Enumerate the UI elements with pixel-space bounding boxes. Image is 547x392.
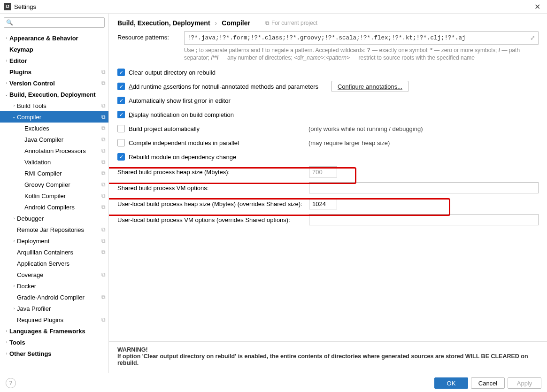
tree-item-java-profiler[interactable]: ›Java Profiler: [0, 303, 108, 314]
apply-button[interactable]: Apply: [508, 377, 541, 389]
tree-arrow-icon: ›: [4, 351, 9, 356]
ok-button[interactable]: OK: [434, 377, 468, 389]
copy-icon: ⧉: [101, 204, 106, 210]
tree-item-label: Version Control: [9, 80, 100, 87]
title-bar: IJ Settings ✕: [0, 0, 547, 14]
tree-arrow-icon: ›: [11, 216, 17, 221]
tree-item-label: Appearance & Behavior: [9, 35, 106, 42]
tree-arrow-icon: ›: [19, 160, 24, 164]
content-panel: Build, Execution, Deployment › Compiler …: [109, 14, 547, 373]
tree-item-label: RMI Compiler: [24, 170, 100, 177]
tree-item-groovy-compiler[interactable]: ›Groovy Compiler⧉: [0, 179, 108, 190]
tree-item-coverage[interactable]: ›Coverage⧉: [0, 269, 108, 280]
checkbox-show-first-error-label: Automatically show first error in editor: [129, 97, 231, 104]
tree-arrow-icon: ›: [4, 36, 9, 40]
tree-item-remote-jar-repositories[interactable]: ›Remote Jar Repositories⧉: [0, 224, 108, 235]
warning-block: WARNING! If option 'Clear output directo…: [109, 341, 547, 373]
tree-arrow-icon: ›: [11, 306, 17, 311]
tree-item-appearance-behavior[interactable]: ›Appearance & Behavior: [0, 32, 108, 44]
tree-item-validation[interactable]: ›Validation⧉: [0, 156, 108, 168]
tree-item-keymap[interactable]: ›Keymap: [0, 44, 108, 55]
tree-item-label: Arquillian Containers: [17, 249, 100, 256]
tree-item-label: Deployment: [17, 238, 100, 245]
checkbox-display-notification[interactable]: [117, 111, 125, 118]
tree-item-other-settings[interactable]: ›Other Settings: [0, 348, 108, 359]
copy-icon: ⧉: [101, 136, 106, 143]
close-icon[interactable]: ✕: [532, 2, 543, 11]
checkbox-rebuild-on-dep[interactable]: [117, 153, 125, 161]
tree-arrow-icon: ›: [4, 81, 9, 85]
copy-icon: ⧉: [265, 20, 270, 26]
tree-arrow-icon: ›: [19, 205, 24, 209]
tree-item-label: Tools: [9, 339, 106, 346]
tree-item-tools[interactable]: ›Tools: [0, 337, 108, 348]
tree-arrow-icon: ⌄: [11, 115, 17, 119]
copy-icon: ⧉: [101, 125, 106, 131]
checkbox-build-automatically[interactable]: [117, 125, 125, 132]
shared-heap-label: Shared build process heap size (Mbytes):: [117, 169, 303, 176]
user-heap-label: User-local build process heap size (Mbyt…: [117, 200, 303, 208]
tree-arrow-icon: ›: [4, 340, 9, 345]
copy-icon: ⧉: [101, 159, 106, 165]
tree-item-label: Coverage: [17, 271, 100, 278]
tree-item-kotlin-compiler[interactable]: ›Kotlin Compiler⧉: [0, 190, 108, 201]
tree-item-label: Gradle-Android Compiler: [17, 294, 100, 301]
shared-vm-input[interactable]: [309, 182, 539, 193]
help-icon[interactable]: ?: [6, 378, 16, 388]
tree-arrow-icon: ›: [11, 227, 17, 232]
checkbox-add-assertions[interactable]: [117, 83, 125, 90]
resource-patterns-value: !?*.java;!?*.form;!?*.class;!?*.groovy;!…: [187, 35, 466, 41]
user-vm-input[interactable]: [309, 214, 539, 225]
tree-item-android-compilers[interactable]: ›Android Compilers⧉: [0, 201, 108, 213]
tree-item-build-execution-deployment[interactable]: ⌄Build, Execution, Deployment: [0, 89, 108, 100]
tree-item-languages-frameworks[interactable]: ›Languages & Frameworks: [0, 325, 108, 337]
parallel-note: (may require larger heap size): [308, 139, 539, 146]
checkbox-show-first-error[interactable]: [117, 97, 125, 104]
tree-item-docker[interactable]: ›Docker: [0, 280, 108, 292]
tree-item-compiler[interactable]: ⌄Compiler⧉: [0, 111, 108, 123]
checkbox-clear-output[interactable]: [117, 69, 125, 76]
tree-item-required-plugins[interactable]: ›Required Plugins⧉: [0, 314, 108, 325]
search-input-wrap[interactable]: 🔍: [4, 17, 105, 28]
tree-item-gradle-android-compiler[interactable]: ›Gradle-Android Compiler⧉: [0, 292, 108, 303]
tree-item-rmi-compiler[interactable]: ›RMI Compiler⧉: [0, 168, 108, 179]
tree-arrow-icon: ›: [11, 295, 17, 300]
tree-item-java-compiler[interactable]: ›Java Compiler⧉: [0, 134, 108, 145]
tree-arrow-icon: ›: [11, 317, 17, 322]
tree-item-debugger[interactable]: ›Debugger: [0, 213, 108, 224]
breadcrumb-leaf: Compiler: [222, 19, 250, 27]
tree-item-plugins[interactable]: ›Plugins⧉: [0, 66, 108, 77]
expand-icon[interactable]: ⤢: [530, 34, 535, 42]
tree-item-label: Plugins: [9, 69, 100, 76]
tree-item-label: Languages & Frameworks: [9, 328, 106, 335]
tree-arrow-icon: ›: [19, 193, 24, 198]
patterns-hint: Use ; to separate patterns and ! to nega…: [184, 46, 539, 61]
copy-icon: ⧉: [101, 69, 106, 75]
checkbox-compile-parallel[interactable]: [117, 139, 125, 146]
checkbox-rebuild-on-dep-label: Rebuild module on dependency change: [129, 154, 236, 161]
copy-icon: ⧉: [101, 294, 106, 300]
configure-annotations-button[interactable]: Configure annotations...: [331, 81, 408, 92]
tree-item-build-tools[interactable]: ›Build Tools⧉: [0, 100, 108, 111]
breadcrumb-sep: ›: [215, 19, 217, 27]
copy-icon: ⧉: [101, 147, 106, 154]
checkbox-clear-output-label: Clear output directory on rebuild: [129, 69, 216, 76]
footer: ? OK Cancel Apply: [0, 373, 547, 392]
tree-item-editor[interactable]: ›Editor: [0, 55, 108, 66]
tree-item-arquillian-containers[interactable]: ›Arquillian Containers⧉: [0, 246, 108, 258]
tree-item-version-control[interactable]: ›Version Control⧉: [0, 77, 108, 89]
tree-item-excludes[interactable]: ›Excludes⧉: [0, 123, 108, 134]
cancel-button[interactable]: Cancel: [471, 377, 505, 389]
tree-arrow-icon: ›: [19, 171, 24, 176]
resource-patterns-input[interactable]: !?*.java;!?*.form;!?*.class;!?*.groovy;!…: [184, 31, 539, 45]
tree-item-deployment[interactable]: ›Deployment⧉: [0, 235, 108, 246]
search-input[interactable]: [15, 19, 102, 26]
tree-item-label: Android Compilers: [24, 204, 100, 211]
user-heap-input[interactable]: [309, 198, 337, 209]
tree-arrow-icon: ›: [19, 126, 24, 131]
tree-item-annotation-processors[interactable]: ›Annotation Processors⧉: [0, 145, 108, 156]
tree-item-label: Annotation Processors: [24, 147, 100, 154]
tree-item-application-servers[interactable]: ›Application Servers: [0, 258, 108, 269]
tree-item-label: Groovy Compiler: [24, 181, 100, 188]
warning-text: If option 'Clear output directory on reb…: [117, 353, 528, 366]
